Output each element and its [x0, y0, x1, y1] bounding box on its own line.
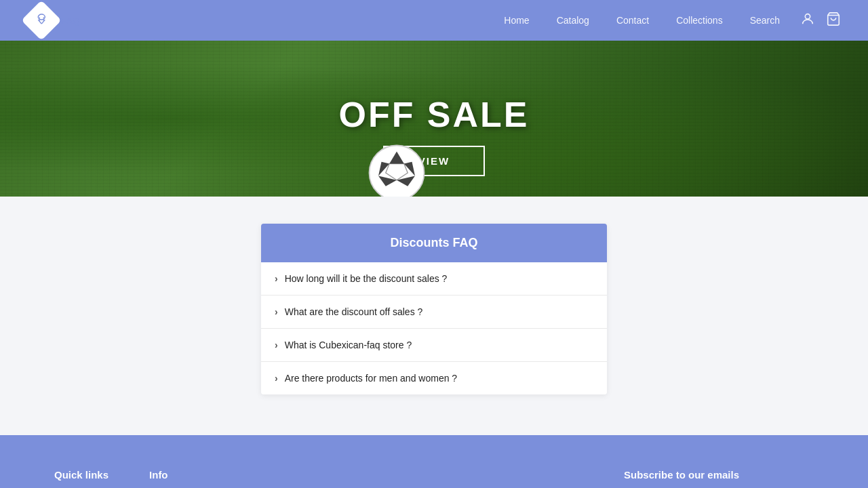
hero-title: OFF SALE: [338, 94, 529, 135]
faq-item-3[interactable]: › What is Cubexican-faq store ?: [261, 329, 607, 362]
faq-item-1[interactable]: › How long will it be the discount sales…: [261, 262, 607, 296]
nav-collections[interactable]: Collections: [676, 15, 722, 26]
footer-subscribe-section: Subscribe to our emails Subscribe → Shar…: [624, 469, 814, 488]
logo-icon: [34, 12, 49, 28]
faq-question-1: How long will it be the discount sales ?: [285, 273, 448, 284]
faq-question-4: Are there products for men and women ?: [285, 373, 457, 384]
nav-search[interactable]: Search: [750, 15, 780, 26]
nav-icons: [800, 12, 841, 30]
navbar: FAQ Home Catalog Contact Collections Sea…: [0, 0, 868, 41]
logo-text: FAQ: [61, 16, 79, 26]
faq-item-2[interactable]: › What are the discount off sales ?: [261, 296, 607, 329]
footer-info: Info Search: [149, 469, 177, 488]
chevron-right-icon-2: ›: [275, 306, 278, 317]
nav-catalog[interactable]: Catalog: [557, 15, 589, 26]
main-content: Discounts FAQ › How long will it be the …: [0, 197, 868, 435]
footer-quick-links: Quick links Search: [54, 469, 108, 488]
faq-title: Discounts FAQ: [261, 224, 607, 262]
svg-line-2: [41, 20, 45, 24]
hero-section: OFF SALE VIEW: [0, 41, 868, 197]
footer-info-title: Info: [149, 469, 177, 481]
logo-diamond: [21, 0, 61, 40]
nav-links: Home Catalog Contact Collections Search: [504, 15, 780, 26]
nav-contact[interactable]: Contact: [616, 15, 649, 26]
faq-card: Discounts FAQ › How long will it be the …: [261, 224, 607, 394]
chevron-right-icon-4: ›: [275, 373, 278, 384]
logo[interactable]: FAQ: [27, 6, 79, 35]
hero-background: OFF SALE VIEW: [0, 41, 868, 197]
account-icon[interactable]: [800, 12, 815, 30]
nav-home[interactable]: Home: [504, 15, 529, 26]
chevron-right-icon-3: ›: [275, 340, 278, 350]
faq-item-4[interactable]: › Are there products for men and women ?: [261, 362, 607, 394]
chevron-right-icon: ›: [275, 273, 278, 284]
soccer-ball-icon: [366, 142, 427, 197]
footer-quick-links-title: Quick links: [54, 469, 108, 481]
faq-question-3: What is Cubexican-faq store ?: [285, 340, 412, 350]
svg-point-5: [805, 14, 810, 18]
footer-subscribe-title: Subscribe to our emails: [624, 469, 814, 481]
footer: Quick links Search Info Search Subscribe…: [0, 435, 868, 488]
cart-icon[interactable]: [826, 12, 841, 30]
faq-question-2: What are the discount off sales ?: [285, 306, 423, 317]
